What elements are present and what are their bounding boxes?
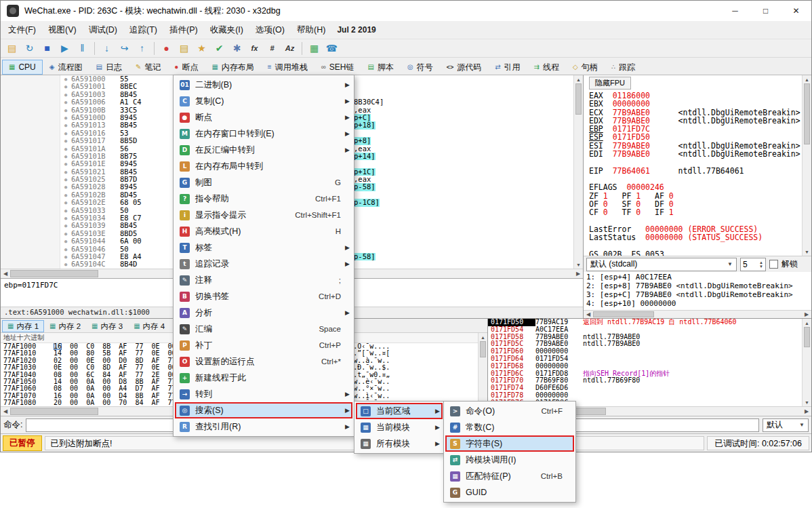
register-line[interactable]: EDI 77B9ABE0 <ntdll.DbgUiRemoteBreakin> <box>589 150 802 158</box>
tab-handles[interactable]: ◇句柄 <box>566 60 605 75</box>
favourites-button[interactable]: ★ <box>193 40 210 56</box>
open-file-button[interactable]: ▤ <box>3 40 20 56</box>
menu-item-breakpoint[interactable]: ●断点▶ <box>175 109 352 125</box>
menu-item-patch[interactable]: P补丁Ctrl+P <box>175 337 352 353</box>
tab-cpu[interactable]: ▦CPU <box>2 60 43 75</box>
register-line[interactable]: EIP 77B64061 ntdll.77B64061 <box>589 167 802 175</box>
disasm-vscrollbar[interactable]: ▲ ▼ <box>573 75 583 269</box>
arguments-view[interactable]: 1: [esp+4] A0C17EEA2: [esp+8] 77B9ABE0 <… <box>584 272 811 310</box>
menu-file[interactable]: 文件(F) <box>2 21 42 39</box>
menu-item-comment[interactable]: ✎注释; <box>175 272 352 288</box>
tab-call-stack[interactable]: ≡调用堆栈 <box>261 60 314 75</box>
menu-item-intermodular-calls[interactable]: ⇄跨模块调用(I) <box>445 452 574 468</box>
menu-favourites[interactable]: 收藏夹(I) <box>204 21 249 39</box>
maximize-button[interactable]: □ <box>750 1 781 21</box>
number-sign-button[interactable]: # <box>264 40 281 56</box>
menu-item-copy[interactable]: C复制(C)▶ <box>175 93 352 109</box>
register-line[interactable]: LastStatus 00000000 (STATUS_SUCCESS) <box>589 233 802 241</box>
tab-memory-map[interactable]: ▦内存布局 <box>205 60 260 75</box>
tab-dump-1[interactable]: ▦内存 1 <box>2 320 44 332</box>
menu-item-create-thread-here[interactable]: +新建线程于此 <box>175 370 352 386</box>
tab-symbols[interactable]: ◎符号 <box>401 60 440 75</box>
scroll-up-icon[interactable]: ▲ <box>805 75 809 83</box>
args-hscrollbar[interactable]: ◀ ▶ <box>584 310 811 318</box>
menu-item-binary[interactable]: 01二进制(B)▶ <box>175 77 352 93</box>
hide-fpu-button[interactable]: 隐藏FPU <box>589 77 631 90</box>
scroll-thumb[interactable] <box>10 408 98 415</box>
menu-item-instruction-help[interactable]: ?指令帮助Ctrl+F1 <box>175 191 352 207</box>
tab-breakpoints[interactable]: ●断点 <box>167 60 205 75</box>
settings-gear-button[interactable]: ✱ <box>228 40 245 56</box>
breakpoint-toggle-button[interactable]: ● <box>158 40 175 56</box>
scroll-up-icon[interactable]: ▲ <box>576 75 581 83</box>
stop-button[interactable]: ■ <box>39 40 56 56</box>
scroll-thumb[interactable] <box>575 83 582 115</box>
check-button[interactable]: ✔ <box>211 40 228 56</box>
menu-item-trace-record[interactable]: t追踪记录▶ <box>175 256 352 272</box>
argument-line[interactable]: 2: [esp+8] 77B9ABE0 <ntdll.DbgUiRemoteBr… <box>586 281 809 290</box>
scroll-down-icon[interactable]: ▼ <box>805 248 809 256</box>
menu-trace[interactable]: 追踪(T) <box>123 21 163 39</box>
step-into-button[interactable]: ↓ <box>98 40 115 56</box>
stack-vscrollbar[interactable]: ▲ ▼ <box>802 319 811 406</box>
menu-item-follow-in-memory-map[interactable]: L在内存布局中转到 <box>175 158 352 174</box>
tab-script[interactable]: ▤脚本 <box>361 60 401 75</box>
arg-count-spinner[interactable]: 5 ▲▼ <box>740 258 766 271</box>
menu-item-all-modules[interactable]: ▦所有模块▶ <box>356 435 443 452</box>
scroll-thumb[interactable] <box>593 311 654 317</box>
minimize-button[interactable]: ─ <box>720 1 750 21</box>
tab-log[interactable]: ▤日志 <box>89 60 129 75</box>
menu-view[interactable]: 视图(V) <box>42 21 83 39</box>
argument-line[interactable]: 1: [esp+4] A0C17EEA <box>586 273 809 281</box>
fx-button[interactable]: fx <box>246 40 263 56</box>
command-profile-select[interactable]: 默认 ▼ <box>763 418 809 432</box>
scroll-left-icon[interactable]: ◀ <box>1 271 10 277</box>
registers-vscrollbar[interactable]: ▲ ▼ <box>802 75 811 256</box>
tab-dump-4[interactable]: ▦内存 4 <box>128 320 170 332</box>
scroll-down-icon[interactable]: ▼ <box>805 398 809 406</box>
scroll-right-icon[interactable]: ▶ <box>802 311 811 317</box>
spinner-arrows-icon[interactable]: ▲▼ <box>759 260 763 269</box>
scroll-thumb[interactable] <box>804 83 810 144</box>
scroll-left-icon[interactable]: ◀ <box>584 311 593 317</box>
tab-threads[interactable]: ⇉线程 <box>527 60 566 75</box>
menu-item-string-references[interactable]: S字符串(S) <box>445 435 574 452</box>
tab-source[interactable]: <>源代码 <box>440 60 489 75</box>
execute-till-return-button[interactable]: ↑ <box>134 40 150 56</box>
menu-item-label[interactable]: T标签▶ <box>175 239 352 256</box>
scroll-thumb[interactable] <box>804 327 810 347</box>
menu-item-highlighting-mode[interactable]: H高亮模式(H)H <box>175 223 352 239</box>
scroll-up-icon[interactable]: ▲ <box>805 319 809 327</box>
log-button[interactable]: ▤ <box>176 40 192 56</box>
menu-item-guid[interactable]: GGUID <box>445 484 574 501</box>
scroll-right-icon[interactable]: ▶ <box>573 271 583 277</box>
scroll-left-icon[interactable]: ◀ <box>1 408 10 414</box>
scroll-up-icon[interactable]: ▲ <box>481 333 485 341</box>
menu-item-follow-in-disassembler[interactable]: D在反汇编中转到▶ <box>175 142 352 158</box>
menu-debug[interactable]: 调试(D) <box>83 21 123 39</box>
menu-item-analysis[interactable]: A分析▶ <box>175 305 352 321</box>
stack-row[interactable]: 0171FD54A0C17EEA <box>488 326 802 334</box>
menu-item-constant[interactable]: #常数(C) <box>445 419 574 435</box>
phone-button[interactable]: ☎ <box>323 40 340 56</box>
cpu-chip-button[interactable]: ▦ <box>306 40 323 56</box>
menu-item-find-references[interactable]: R查找引用(R)▶ <box>175 418 352 435</box>
tab-references[interactable]: ⇄引用 <box>488 60 527 75</box>
menu-item-current-region[interactable]: □当前区域▶ <box>356 403 443 419</box>
stack-view[interactable]: 0171FD5077B9AC19返回到 ntdll.77B9AC19 自 ntd… <box>488 319 802 406</box>
registers-view[interactable]: 隐藏FPU EAX 01186000EBX 00000000ECX 77B9AB… <box>584 75 811 256</box>
pause-button[interactable]: ‖ <box>74 40 91 56</box>
close-button[interactable]: ✕ <box>781 1 811 21</box>
step-over-button[interactable]: ↪ <box>116 40 133 56</box>
memory-vscrollbar[interactable]: ▲ ▼ <box>478 333 487 406</box>
menu-item-pattern[interactable]: ▦匹配特征(P)Ctrl+B <box>445 468 574 484</box>
scroll-thumb[interactable] <box>10 270 98 277</box>
menu-item-toggle-bookmark[interactable]: B切换书签Ctrl+D <box>175 288 352 305</box>
unlock-checkbox[interactable] <box>769 260 778 269</box>
menu-options[interactable]: 选项(O) <box>249 21 291 39</box>
tab-graph[interactable]: ◈流程图 <box>43 60 89 75</box>
argument-line[interactable]: 4: [esp+10] 00000000 <box>586 299 809 308</box>
menu-help[interactable]: 帮助(H) <box>291 21 331 39</box>
register-line[interactable]: CF 0 TF 0 IF 1 <box>589 208 802 216</box>
run-button[interactable]: ▶ <box>56 40 73 56</box>
